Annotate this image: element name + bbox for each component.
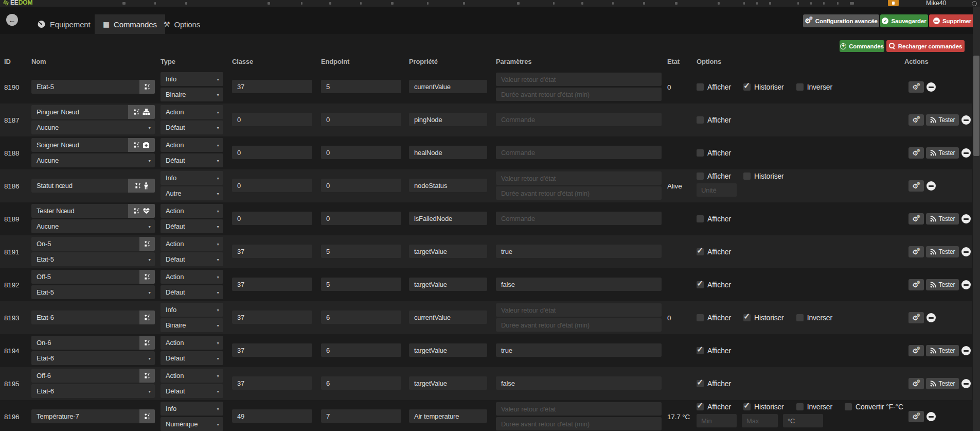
type-select[interactable]: Action▼ (161, 270, 223, 284)
tester-button[interactable]: Tester (926, 279, 959, 290)
command-name-input[interactable]: On-5 (31, 237, 155, 251)
checkbox-afficher[interactable] (697, 149, 704, 157)
notification-badge-icon[interactable] (888, 0, 899, 6)
tab-equipement[interactable]: Equipement (29, 14, 99, 34)
tester-button[interactable]: Tester (926, 246, 959, 257)
reload-commands-button[interactable]: Recharger commandes (886, 40, 965, 52)
command-icon-button[interactable] (139, 80, 155, 94)
subtype-select[interactable]: Défaut▼ (161, 252, 223, 266)
checkbox-inverser[interactable] (796, 314, 804, 321)
advanced-configuration-button[interactable]: ⚙⚙ Configuration avancée (803, 14, 879, 27)
checkbox-historiser[interactable] (743, 173, 751, 180)
add-command-button[interactable]: + Commandes (840, 40, 884, 52)
command-configuration-button[interactable]: ⚙⚙ (908, 345, 924, 356)
subtype-select[interactable]: Autre▼ (161, 186, 223, 200)
command-icon-button[interactable] (128, 138, 155, 152)
checkbox-afficher[interactable] (697, 347, 704, 354)
endpoint-input[interactable]: 0 (321, 212, 401, 225)
command-configuration-button[interactable]: ⚙⚙ (908, 279, 924, 290)
command-icon-button[interactable] (128, 204, 155, 218)
type-select[interactable]: Action▼ (161, 237, 223, 251)
param-input[interactable]: Valeur retour d'état (496, 402, 662, 416)
tester-button[interactable]: Tester (926, 213, 959, 225)
remove-command-button[interactable] (961, 148, 971, 160)
subtype-select[interactable]: Défaut▼ (161, 219, 223, 233)
property-input[interactable]: targetValue (409, 376, 487, 390)
remove-command-button[interactable] (961, 247, 971, 258)
scrollbar-thumb[interactable] (973, 56, 979, 156)
tester-button[interactable]: Tester (926, 345, 959, 356)
subtype-select[interactable]: Défaut▼ (161, 285, 223, 299)
command-configuration-button[interactable]: ⚙⚙ (908, 312, 924, 323)
type-select[interactable]: Action▼ (161, 204, 223, 218)
classe-input[interactable]: 37 (232, 376, 312, 390)
param-input[interactable]: Durée avant retour d'état (min) (496, 186, 662, 200)
linked-state-select[interactable]: Aucune▼ (31, 153, 155, 167)
param-input[interactable]: Valeur retour d'état (496, 303, 662, 317)
param-input[interactable]: Durée avant retour d'état (min) (496, 318, 662, 332)
classe-input[interactable]: 0 (232, 113, 312, 126)
param-input[interactable]: Durée avant retour d'état (min) (496, 88, 662, 101)
classe-input[interactable]: 37 (232, 343, 312, 357)
property-input[interactable]: nodeStatus (409, 179, 487, 192)
unit-input[interactable]: Max (742, 414, 778, 427)
subtype-select[interactable]: Défaut▼ (161, 351, 223, 365)
linked-state-select[interactable]: Aucune▼ (31, 120, 155, 134)
remove-command-button[interactable] (926, 82, 936, 94)
command-name-input[interactable]: On-6 (31, 336, 155, 350)
param-input[interactable]: false (496, 376, 662, 390)
classe-input[interactable]: 49 (232, 409, 312, 423)
checkbox-afficher[interactable] (697, 116, 704, 124)
unit-input[interactable]: Min (697, 414, 737, 427)
param-input[interactable]: Valeur retour d'état (496, 73, 662, 86)
back-button[interactable]: ← (6, 14, 18, 26)
command-name-input[interactable]: Off-5 (31, 270, 155, 284)
checkbox-afficher[interactable] (697, 281, 704, 288)
param-input[interactable]: Durée avant retour d'état (min) (496, 417, 662, 430)
checkbox-convertir-f-c[interactable] (845, 403, 852, 410)
classe-input[interactable]: 0 (232, 146, 312, 159)
delete-button[interactable]: Supprimer (929, 14, 975, 27)
property-input[interactable]: Air temperature (409, 409, 487, 423)
subtype-select[interactable]: Défaut▼ (161, 153, 223, 167)
command-configuration-button[interactable]: ⚙⚙ (908, 114, 924, 126)
remove-command-button[interactable] (926, 181, 936, 193)
endpoint-input[interactable]: 6 (321, 343, 401, 357)
param-input[interactable]: Commande (496, 212, 662, 225)
tester-button[interactable]: Tester (926, 114, 959, 126)
command-configuration-button[interactable]: ⚙⚙ (908, 411, 924, 422)
linked-state-select[interactable]: Etat-5▼ (31, 252, 155, 266)
save-button[interactable]: ✓ Sauvegarder (880, 14, 928, 27)
linked-state-select[interactable]: Etat-5▼ (31, 285, 155, 299)
tester-button[interactable]: Tester (926, 378, 959, 389)
remove-command-button[interactable] (961, 214, 971, 226)
checkbox-inverser[interactable] (796, 403, 804, 410)
type-select[interactable]: Action▼ (161, 105, 223, 119)
classe-input[interactable]: 0 (232, 179, 312, 192)
linked-state-select[interactable]: Aucune▼ (31, 219, 155, 233)
remove-command-button[interactable] (926, 313, 936, 324)
command-configuration-button[interactable]: ⚙⚙ (908, 81, 924, 93)
property-input[interactable]: targetValue (409, 278, 487, 291)
remove-command-button[interactable] (961, 115, 971, 127)
property-input[interactable]: targetValue (409, 245, 487, 258)
command-icon-button[interactable] (139, 311, 155, 324)
checkbox-afficher[interactable] (697, 173, 704, 180)
tester-button[interactable]: Tester (926, 147, 959, 159)
command-name-input[interactable]: Température-7 (31, 409, 155, 423)
command-icon-button[interactable] (139, 409, 155, 423)
param-input[interactable]: true (496, 343, 662, 357)
checkbox-historiser[interactable] (743, 314, 751, 321)
subtype-select[interactable]: Binaire▼ (161, 88, 223, 101)
command-icon-button[interactable] (128, 179, 155, 193)
endpoint-input[interactable]: 6 (321, 311, 401, 324)
param-input[interactable]: false (496, 278, 662, 291)
tab-commandes[interactable]: ▦ Commandes (95, 14, 165, 34)
unit-input[interactable]: Unité (697, 183, 737, 197)
type-select[interactable]: Action▼ (161, 369, 223, 383)
classe-input[interactable]: 37 (232, 278, 312, 291)
tab-options[interactable]: ⚒ Options (155, 14, 208, 34)
type-select[interactable]: Info▼ (161, 402, 223, 416)
remove-command-button[interactable] (926, 412, 936, 423)
subtype-select[interactable]: Binaire▼ (161, 318, 223, 332)
